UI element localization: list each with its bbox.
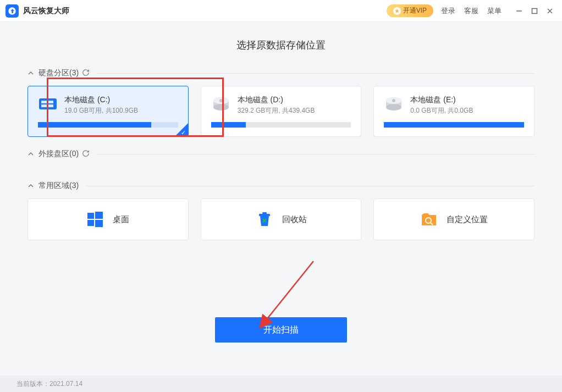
area-desktop[interactable]: 桌面 — [27, 198, 189, 240]
chevron-up-icon — [27, 151, 35, 157]
service-link[interactable]: 客服 — [464, 6, 478, 16]
titlebar: 风云恢复大师 开通VIP 登录 客服 菜单 — [0, 0, 562, 22]
page-heading: 选择原数据存储位置 — [27, 38, 535, 52]
drive-card-e[interactable]: 本地磁盘 (E:) 0.0 GB可用, 共0.0GB — [373, 86, 535, 137]
footer: 当前版本： 2021.07.14 — [0, 376, 562, 392]
area-label: 回收站 — [282, 214, 307, 225]
folder-search-icon — [420, 211, 438, 228]
refresh-icon[interactable] — [82, 69, 90, 78]
svg-rect-24 — [262, 212, 267, 214]
app-logo — [5, 4, 19, 18]
refresh-icon[interactable] — [82, 150, 90, 159]
svg-point-13 — [219, 99, 223, 102]
drive-card-d[interactable]: 本地磁盘 (D:) 329.2 GB可用, 共439.4GB — [201, 86, 362, 137]
app-title: 风云恢复大师 — [23, 6, 69, 16]
svg-point-16 — [386, 104, 401, 111]
section-common-label: 常用区域(3) — [38, 181, 79, 191]
vip-crown-icon — [393, 7, 401, 15]
svg-rect-1 — [532, 8, 537, 13]
close-button[interactable] — [543, 4, 557, 18]
disk-icon — [384, 95, 404, 112]
divider — [96, 73, 535, 74]
section-partitions-header[interactable]: 硬盘分区(3) — [27, 68, 535, 78]
drive-detail: 329.2 GB可用, 共439.4GB — [238, 106, 315, 115]
drive-name: 本地磁盘 (C:) — [64, 95, 138, 105]
recycle-bin-icon — [256, 211, 273, 228]
login-link[interactable]: 登录 — [441, 6, 455, 16]
divider — [96, 154, 535, 154]
section-external-header[interactable]: 外接盘区(0) — [27, 149, 535, 159]
drive-card-c[interactable]: 本地磁盘 (C:) 19.0 GB可用, 共100.9GB — [27, 86, 189, 137]
disk-icon — [38, 95, 58, 112]
divider — [85, 186, 535, 186]
drive-detail: 19.0 GB可用, 共100.9GB — [64, 106, 138, 115]
usage-bar-fill — [38, 122, 151, 128]
section-common-header[interactable]: 常用区域(3) — [27, 181, 535, 191]
svg-rect-5 — [41, 101, 47, 103]
svg-point-11 — [213, 104, 229, 111]
area-row: 桌面 回收站 自定义位置 — [27, 198, 535, 240]
usage-bar-fill — [211, 122, 246, 128]
vip-button[interactable]: 开通VIP — [387, 4, 433, 17]
usage-bar — [211, 122, 351, 128]
chevron-up-icon — [27, 183, 35, 189]
main-content: 选择原数据存储位置 硬盘分区(3) 本地磁盘 (C:) 19.0 GB可用, 共… — [0, 22, 562, 343]
drive-name: 本地磁盘 (E:) — [410, 95, 473, 105]
section-partitions-label: 硬盘分区(3) — [38, 68, 79, 78]
svg-rect-23 — [259, 214, 270, 216]
drive-name: 本地磁盘 (D:) — [238, 95, 315, 105]
svg-rect-7 — [41, 104, 47, 107]
area-recycle[interactable]: 回收站 — [201, 198, 362, 240]
disk-icon — [211, 95, 231, 112]
usage-bar — [384, 122, 524, 128]
drive-row: 本地磁盘 (C:) 19.0 GB可用, 共100.9GB 本地磁盘 (D:) … — [27, 86, 535, 137]
svg-rect-4 — [39, 98, 57, 109]
area-custom[interactable]: 自定义位置 — [373, 198, 535, 240]
usage-bar — [38, 122, 178, 128]
start-scan-button[interactable]: 开始扫描 — [215, 317, 347, 343]
windows-icon — [86, 211, 104, 228]
chevron-up-icon — [27, 70, 35, 76]
svg-point-18 — [392, 99, 395, 102]
svg-rect-8 — [48, 104, 53, 107]
vip-label: 开通VIP — [403, 6, 427, 15]
selected-check-icon — [175, 123, 188, 136]
svg-rect-22 — [95, 220, 103, 227]
version-value: 2021.07.14 — [49, 380, 82, 388]
section-external-label: 外接盘区(0) — [38, 149, 79, 159]
menu-link[interactable]: 菜单 — [487, 6, 502, 16]
svg-rect-20 — [95, 212, 103, 219]
minimize-button[interactable] — [513, 4, 526, 18]
area-label: 自定义位置 — [447, 214, 488, 225]
svg-rect-19 — [87, 213, 94, 219]
maximize-button[interactable] — [528, 4, 541, 18]
drive-detail: 0.0 GB可用, 共0.0GB — [410, 106, 473, 115]
svg-rect-21 — [87, 220, 94, 226]
area-label: 桌面 — [113, 214, 129, 225]
svg-rect-6 — [48, 101, 53, 103]
version-label: 当前版本： — [16, 379, 49, 389]
usage-bar-fill — [384, 122, 524, 128]
